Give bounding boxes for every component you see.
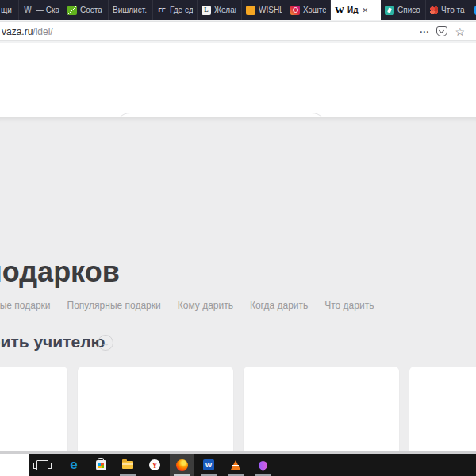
windows-taskbar: e Y W	[29, 454, 476, 476]
word-taskbar-button[interactable]: W	[197, 454, 221, 476]
tab-7[interactable]: Хэште	[286, 0, 331, 20]
tab-9[interactable]: Списо	[381, 0, 426, 20]
maps-pin-taskbar-button[interactable]	[251, 454, 274, 476]
tab-label: Соста	[80, 6, 102, 14]
tab-label: Списо	[397, 6, 420, 14]
tab-11[interactable]: A Wishli	[470, 0, 476, 20]
vlc-icon	[231, 460, 240, 470]
nav-item-popular-gifts[interactable]: Популярные подарки	[67, 300, 161, 311]
tab-1[interactable]: W — Ска	[19, 0, 63, 20]
task-view-icon	[36, 460, 48, 470]
tab-label: щи	[1, 6, 12, 14]
word-icon: W	[203, 459, 214, 470]
url-host: vaza.ru	[2, 26, 33, 37]
nav-item-new-gifts[interactable]: Новые подарки	[0, 300, 51, 311]
nav-item-whom-to-give[interactable]: Кому дарить	[178, 300, 233, 311]
teal-app-icon	[385, 6, 394, 15]
tab-label: Где сд	[170, 6, 193, 14]
letter-l-icon: L	[202, 6, 211, 15]
urlbar-actions: ⋯ ☆	[419, 22, 465, 40]
microsoft-store-icon	[96, 460, 106, 470]
red-app-icon	[430, 6, 438, 14]
microsoft-store-button[interactable]	[89, 454, 113, 476]
task-view-button[interactable]	[30, 454, 54, 476]
edge-icon: e	[70, 457, 77, 473]
tab-label: Желан	[214, 6, 237, 14]
instagram-icon	[290, 6, 300, 15]
tab-0-partial[interactable]: щи	[0, 0, 19, 20]
tab-label: — Ска	[36, 6, 59, 14]
green-app-icon	[67, 6, 77, 15]
tab-active[interactable]: W Ид ✕	[331, 0, 381, 20]
page-title: подарков	[0, 255, 120, 289]
maps-pin-icon	[256, 459, 269, 471]
tab-label: Хэште	[303, 6, 326, 14]
section-title: Что подарить учителю	[0, 332, 105, 351]
firefox-icon	[176, 459, 188, 471]
tab-label: Ид	[347, 6, 359, 14]
bottom-left-window-corner	[0, 438, 29, 476]
url-path: /idei/	[33, 26, 52, 37]
address-bar[interactable]: vaza.ru/idei/ ⋯ ☆	[0, 22, 476, 40]
tab-2[interactable]: Соста	[63, 0, 109, 20]
gg-icon: ГГ	[157, 6, 167, 15]
w-black-icon: W	[335, 6, 344, 15]
catalog-nav: Новые подарки Популярные подарки Кому да…	[0, 300, 374, 311]
nav-item-what-to-give[interactable]: Что дарить	[324, 300, 374, 311]
site-header: Идеи Найти	[0, 43, 476, 117]
tab-10[interactable]: Что та	[426, 0, 470, 20]
file-explorer-button[interactable]	[116, 454, 140, 476]
pocket-icon[interactable]	[436, 26, 447, 36]
tab-5[interactable]: L Желан	[198, 0, 242, 20]
vlc-taskbar-button[interactable]	[224, 454, 248, 476]
yandex-browser-icon: Y	[149, 459, 160, 470]
tab-label: WISHL	[259, 6, 282, 14]
nav-item-when-to-give[interactable]: Когда дарить	[250, 300, 308, 311]
tab-label: Что та	[441, 6, 465, 14]
tab-label: Вишлист.	[113, 6, 147, 14]
file-explorer-icon	[122, 461, 133, 469]
tab-3[interactable]: Вишлист.	[109, 0, 153, 20]
yandex-browser-button[interactable]: Y	[143, 454, 167, 476]
page-actions-icon[interactable]: ⋯	[419, 26, 429, 37]
w-gray-icon: W	[23, 6, 33, 15]
edge-taskbar-button[interactable]: e	[62, 454, 86, 476]
url-text: vaza.ru/idei/	[2, 26, 53, 37]
bookmark-star-icon[interactable]: ☆	[455, 25, 465, 38]
section-arrow-icon[interactable]: →	[98, 335, 113, 351]
firefox-taskbar-button[interactable]	[170, 454, 194, 476]
tab-4[interactable]: ГГ Где сд	[153, 0, 198, 20]
orange-app-icon	[246, 6, 255, 15]
tab-6[interactable]: WISHL	[242, 0, 286, 20]
catalog-section: подарков Новые подарки Популярные подарк…	[0, 117, 476, 454]
browser-tab-bar: щи W — Ска Соста Вишлист. ГГ Где сд L Же…	[0, 0, 476, 20]
browser-toolbar: vaza.ru/idei/ ⋯ ☆	[0, 20, 476, 44]
close-tab-icon[interactable]: ✕	[363, 6, 369, 14]
